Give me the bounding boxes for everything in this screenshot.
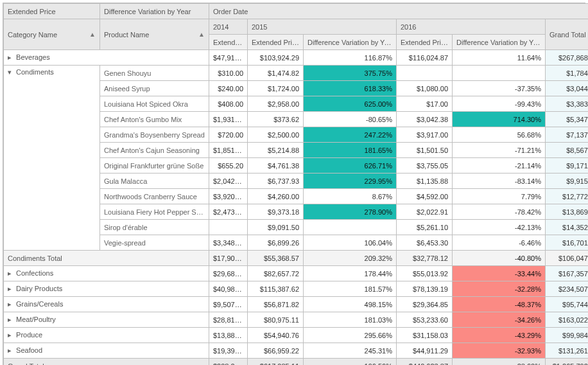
cell-value: 181.57% xyxy=(304,281,397,297)
category-label: Condiments xyxy=(16,68,54,76)
cell-grand-total: $16,701.10 xyxy=(546,235,589,251)
product-label: Original Frankfurter grüne Soße xyxy=(100,158,209,174)
field-diff-variation[interactable]: Difference Variation by Year xyxy=(100,4,209,19)
cell-value: $80,975.11 xyxy=(248,312,304,328)
cell-grand-total: $106,047.07 xyxy=(546,251,589,266)
cell-value: -28.60% xyxy=(453,359,546,366)
row-condiments-genen-shouyu[interactable]: ▾ Condiments Genen Shouyu $310.00 $1,474… xyxy=(4,66,589,81)
condiments-total-label: Condiments Total xyxy=(4,251,209,266)
hdr-2016-dv[interactable]: Difference Variation by Year xyxy=(453,35,546,50)
cell-value: $9,507.92 xyxy=(209,297,248,312)
category-label: Grains/Cereals xyxy=(16,300,63,308)
cell-grand-total: $267,868.16 xyxy=(546,50,589,66)
hdr-2015-dv[interactable]: Difference Variation by Year xyxy=(304,35,397,50)
cell-value: 196.56% xyxy=(304,359,397,366)
expand-icon[interactable]: ▸ xyxy=(8,53,14,62)
category-label: Confections xyxy=(16,269,53,277)
cell-grand-total: $167,357.19 xyxy=(546,266,589,281)
cell-grand-total: $9,915.93 xyxy=(546,174,589,189)
cell-value: 7.79% xyxy=(453,189,546,204)
collapse-icon[interactable]: ▾ xyxy=(8,68,14,76)
cell-value: $2,473.80 xyxy=(209,204,248,220)
product-label: Sirop d'érable xyxy=(100,220,209,235)
hdr-2015-ep[interactable]: Extended Price xyxy=(248,35,304,50)
cell-value: $55,368.57 xyxy=(248,251,304,266)
cell-value: $3,917.00 xyxy=(397,127,453,143)
cell-value: $373.62 xyxy=(248,112,304,127)
row-grains[interactable]: ▸ Grains/Cereals $9,507.92 $56,871.82 49… xyxy=(4,297,589,312)
cell-value: -34.26% xyxy=(453,312,546,328)
product-label: Chef Anton's Cajun Seasoning xyxy=(100,143,209,158)
cell-value: -43.29% xyxy=(453,328,546,343)
year-2016[interactable]: 2016 xyxy=(397,19,546,35)
cell-value: -42.13% xyxy=(453,220,546,235)
cell-value: $82,657.72 xyxy=(248,266,304,281)
cell-value: 181.03% xyxy=(304,312,397,328)
cell-value: 278.90% xyxy=(304,204,397,220)
cell-value xyxy=(397,66,453,81)
cell-value: 375.75% xyxy=(304,66,397,81)
cell-value: $47,919.00 xyxy=(209,50,248,66)
cell-grand-total: $95,744.59 xyxy=(546,297,589,312)
row-field-category[interactable]: Category Name ▲ xyxy=(4,19,100,50)
cell-value: $32,778.12 xyxy=(397,251,453,266)
product-label: Grandma's Boysenberry Spread xyxy=(100,127,209,143)
row-produce[interactable]: ▸ Produce $13,885.78 $54,940.76 295.66% … xyxy=(4,328,589,343)
sort-asc-icon: ▲ xyxy=(89,31,96,38)
cell-value: -6.46% xyxy=(453,235,546,251)
cell-value: -78.42% xyxy=(453,204,546,220)
row-beverages[interactable]: ▸ Beverages $47,919.00 $103,924.29 116.8… xyxy=(4,50,589,66)
cell-value: 181.65% xyxy=(304,143,397,158)
row-field-product[interactable]: Product Name ▲ xyxy=(100,19,209,50)
cell-value xyxy=(304,220,397,235)
cell-grand-total: $5,347.20 xyxy=(546,112,589,127)
row-grand-total[interactable]: Grand Total $208,083.96 $617,085.11 196.… xyxy=(4,359,589,366)
cell-value: $655.20 xyxy=(209,158,248,174)
cell-value: -83.14% xyxy=(453,174,546,189)
cell-value: 11.64% xyxy=(453,50,546,66)
cell-value: 106.04% xyxy=(304,235,397,251)
cell-grand-total: $13,869.89 xyxy=(546,204,589,220)
column-field-order-date[interactable]: Order Date ▲ xyxy=(209,4,589,19)
expand-icon[interactable]: ▸ xyxy=(8,346,14,355)
cell-value: -37.35% xyxy=(453,81,546,96)
grand-total-header[interactable]: ⇄ Grand Total xyxy=(546,19,589,50)
expand-icon[interactable]: ▸ xyxy=(8,269,14,278)
cell-value: $56,871.82 xyxy=(248,297,304,312)
expand-icon[interactable]: ▸ xyxy=(8,316,14,324)
row-condiments-total[interactable]: Condiments Total $17,900.38 $55,368.57 2… xyxy=(4,251,589,266)
cell-value: 56.68% xyxy=(453,127,546,143)
cell-grand-total: $163,022.37 xyxy=(546,312,589,328)
sort-asc-icon: ▲ xyxy=(198,31,205,38)
cell-value: -80.65% xyxy=(304,112,397,127)
cell-value: -33.44% xyxy=(453,266,546,281)
cell-grand-total: $7,137.00 xyxy=(546,127,589,143)
hdr-2014-ep[interactable]: Extended Price xyxy=(209,35,248,50)
cell-grand-total: $131,261.73 xyxy=(546,343,589,359)
cell-value: $78,139.19 xyxy=(397,281,453,297)
hdr-2016-ep[interactable]: Extended Price xyxy=(397,35,453,50)
cell-value: $3,348.54 xyxy=(209,235,248,251)
row-seafood[interactable]: ▸ Seafood $19,391.22 $66,959.22 245.31% … xyxy=(4,343,589,359)
row-confections[interactable]: ▸ Confections $29,685.55 $82,657.72 178.… xyxy=(4,266,589,281)
expand-icon[interactable]: ▸ xyxy=(8,331,14,339)
cell-value: $66,959.22 xyxy=(248,343,304,359)
row-dairy[interactable]: ▸ Dairy Products $40,980.45 $115,387.62 … xyxy=(4,281,589,297)
cell-value: $19,391.22 xyxy=(209,343,248,359)
cell-value: 178.44% xyxy=(304,266,397,281)
cell-value: 625.00% xyxy=(304,96,397,112)
year-2015[interactable]: 2015 xyxy=(248,19,397,35)
field-extended-price[interactable]: Extended Price xyxy=(4,4,100,19)
cell-value: $3,755.05 xyxy=(397,158,453,174)
cell-value: $5,261.10 xyxy=(397,220,453,235)
row-meat[interactable]: ▸ Meat/Poultry $28,813.66 $80,975.11 181… xyxy=(4,312,589,328)
cell-grand-total: $234,507.26 xyxy=(546,281,589,297)
cell-value: -48.37% xyxy=(453,297,546,312)
expand-icon[interactable]: ▸ xyxy=(8,285,14,293)
cell-value xyxy=(209,220,248,235)
product-label: Louisiana Hot Spiced Okra xyxy=(100,96,209,112)
expand-icon[interactable]: ▸ xyxy=(8,300,14,308)
cell-value: $13,885.78 xyxy=(209,328,248,343)
year-2014[interactable]: 2014 xyxy=(209,19,248,35)
cell-value: $6,737.93 xyxy=(248,174,304,189)
